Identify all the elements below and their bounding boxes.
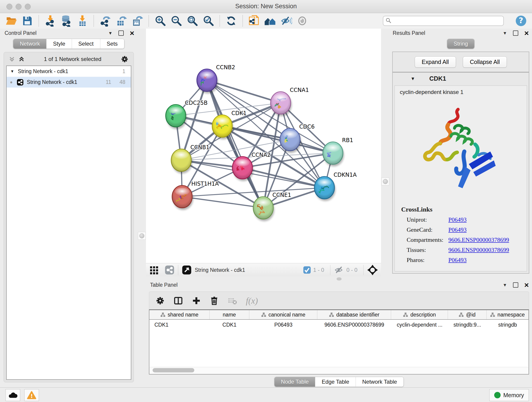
panel-float-icon[interactable] (513, 282, 518, 288)
crosslink-link[interactable]: P06493 (448, 216, 467, 223)
search-input[interactable] (383, 16, 504, 26)
table-settings-gear-icon[interactable] (156, 296, 165, 305)
export-image-button[interactable] (131, 15, 143, 27)
table-row[interactable]: CDK1CDK1P064939606.ENSP00000378699cyclin… (149, 320, 529, 330)
table-horizontal-scrollbar[interactable] (149, 367, 529, 375)
column-header-namespace[interactable]: namespace (487, 310, 529, 319)
graph-node-cdc6[interactable]: CDC6 (280, 123, 315, 153)
tab-select[interactable]: Select (72, 39, 100, 49)
table-cell[interactable]: CDK1 (210, 320, 249, 330)
splitter-handle[interactable] (383, 179, 388, 184)
application-window: Session: New Session (0, 0, 532, 402)
tree-expander-icon[interactable]: ▼ (10, 69, 14, 74)
panel-menu-icon[interactable]: ▼ (503, 283, 507, 287)
table-cell[interactable]: stringdb:9... (448, 320, 486, 330)
table-cell[interactable]: 9606.ENSP00000378699 (317, 320, 391, 330)
show-all-button[interactable] (296, 15, 308, 27)
crosslink-link[interactable]: P06493 (448, 226, 467, 233)
warning-status-button[interactable] (24, 389, 39, 401)
zoom-selected-button[interactable] (202, 15, 214, 27)
table-cell[interactable]: P06493 (249, 320, 317, 330)
crosslink-link[interactable]: 9606.ENSP00000378699 (448, 247, 509, 254)
left-splitter[interactable] (138, 29, 146, 387)
tab-string[interactable]: String (447, 39, 475, 49)
hide-selection-button[interactable] (280, 15, 292, 27)
zoom-fit-button[interactable] (186, 15, 198, 27)
horizontal-splitter[interactable] (146, 276, 532, 281)
entry-expander-icon[interactable]: ▼ (411, 76, 415, 81)
export-table-button[interactable] (115, 15, 127, 27)
panel-close-icon[interactable]: × (130, 30, 134, 36)
network-view-icon[interactable] (165, 265, 174, 275)
selected-checkbox-icon[interactable] (303, 266, 311, 274)
graph-edge[interactable] (182, 197, 263, 208)
collapse-all-button[interactable]: Collapse All (463, 56, 507, 68)
node-table: shared namenamecanonical namedatabase id… (149, 309, 529, 368)
reposition-crosshair-icon[interactable] (367, 265, 378, 275)
home-button[interactable] (264, 15, 276, 27)
network-canvas[interactable]: CCNB2CCNA1CDC25BCDK1CDC6RB1CCNB1CCNA2CDK… (146, 29, 381, 263)
selected-count: 1 - 0 (313, 267, 324, 273)
column-header-canonical-name[interactable]: canonical name (249, 310, 317, 319)
hidden-eye-icon[interactable] (334, 265, 344, 275)
column-header-name[interactable]: name (210, 310, 249, 319)
column-header-description[interactable]: description (391, 310, 448, 319)
panel-menu-icon[interactable]: ▼ (108, 31, 113, 35)
memory-button[interactable]: Memory (489, 389, 529, 401)
grid-view-icon[interactable] (150, 265, 159, 274)
refresh-button[interactable] (225, 15, 237, 27)
gear-icon[interactable] (121, 55, 128, 63)
tab-network-table[interactable]: Network Table (355, 377, 404, 387)
save-session-button[interactable] (21, 15, 33, 27)
tab-sets[interactable]: Sets (100, 39, 124, 49)
tab-node-table[interactable]: Node Table (274, 377, 315, 387)
share-document-button[interactable] (248, 15, 260, 27)
select-columns-icon[interactable] (173, 296, 183, 306)
expand-all-icon[interactable] (19, 56, 25, 62)
tab-edge-table[interactable]: Edge Table (315, 377, 355, 387)
table-cell[interactable]: CDK1 (149, 320, 210, 330)
delete-column-icon[interactable] (210, 296, 219, 305)
column-header--id[interactable]: @id (448, 310, 486, 319)
panel-close-icon[interactable]: × (524, 282, 529, 288)
import-network-from-database-button[interactable] (60, 15, 72, 27)
cloud-icon (8, 391, 17, 399)
zoom-out-button[interactable] (170, 15, 182, 27)
panel-close-icon[interactable]: × (524, 30, 529, 36)
table-cell[interactable]: stringdb (487, 320, 529, 330)
cloud-status-button[interactable] (6, 389, 20, 401)
export-network-button[interactable] (99, 15, 111, 27)
zoom-in-button[interactable] (154, 15, 166, 27)
graph-node-cdkn1a[interactable]: CDKN1A (314, 172, 357, 201)
splitter-handle[interactable] (336, 277, 342, 281)
current-network-dot-icon: ● (10, 80, 13, 85)
network-row[interactable]: ● String Network - cdk1 11 48 (7, 77, 131, 88)
panel-float-icon[interactable] (513, 31, 518, 36)
import-network-button[interactable] (44, 15, 56, 27)
graph-node-rb1[interactable]: RB1 (323, 137, 353, 166)
birdseye-view-icon[interactable] (182, 265, 191, 275)
graph-edge[interactable] (207, 80, 281, 103)
crosslink-link[interactable]: P06493 (448, 257, 467, 264)
entry-header[interactable]: ▼ CDK1 (393, 73, 529, 85)
table-cell[interactable]: cyclin-dependent ... (391, 320, 448, 330)
help-button[interactable]: ? (515, 15, 527, 27)
tab-network[interactable]: Network (13, 39, 46, 49)
right-splitter[interactable] (381, 29, 389, 276)
column-header-database-identifier[interactable]: database identifier (317, 310, 391, 319)
tab-style[interactable]: Style (46, 39, 71, 49)
panel-menu-icon[interactable]: ▼ (503, 31, 507, 35)
scrollbar-thumb[interactable] (152, 368, 194, 372)
graph-node-hist1h1a[interactable]: HIST1H1A (172, 181, 219, 210)
expand-all-button[interactable]: Expand All (415, 56, 456, 68)
splitter-handle[interactable] (139, 233, 144, 238)
column-header-shared-name[interactable]: shared name (149, 310, 210, 319)
collapse-all-icon[interactable] (9, 56, 15, 62)
add-column-icon[interactable] (192, 296, 201, 305)
crosslink-link[interactable]: 9606.ENSP00000378699 (448, 236, 509, 243)
graph-node-ccne1[interactable]: CCNE1 (253, 192, 291, 221)
import-table-button[interactable] (76, 15, 88, 27)
panel-float-icon[interactable] (119, 31, 124, 36)
network-collection-row[interactable]: ▼ String Network - cdk1 1 (7, 66, 131, 77)
open-file-button[interactable] (5, 15, 17, 27)
